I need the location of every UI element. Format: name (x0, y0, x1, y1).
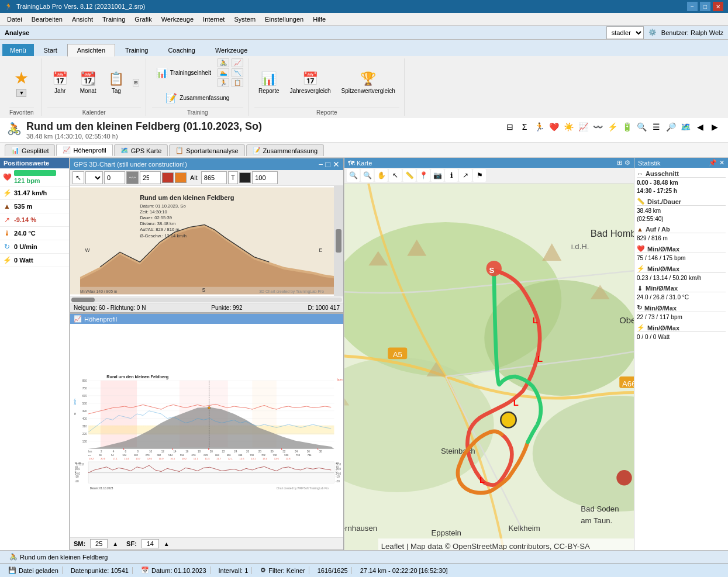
sub-tab-sportartenanalyse[interactable]: 📋 Sportartenanalyse (169, 144, 244, 156)
btn-zusammenfassung[interactable]: 📝 Zusammenfassung (161, 89, 233, 106)
map-tool-select[interactable]: ↖ (389, 169, 402, 182)
chart3d-thumb[interactable] (71, 298, 95, 302)
map-tool-info[interactable]: ℹ (445, 169, 458, 182)
training-icon-6[interactable]: 📋 (232, 78, 243, 87)
tab-training[interactable]: Training (115, 44, 158, 56)
sub-tab-hoehenprofil[interactable]: 📈 Höhenprofil (56, 144, 112, 156)
chart3d-tool-cursor[interactable]: ↖ (73, 171, 84, 184)
training-icon-1[interactable]: 🚴 (218, 58, 229, 67)
chart3d-minimize[interactable]: − (318, 160, 323, 169)
page-tool-1[interactable]: ⊟ (503, 120, 516, 133)
page-tool-heart[interactable]: ❤️ (547, 120, 560, 133)
map-tool-zoomout[interactable]: 🔍 (361, 169, 374, 182)
page-tool-map[interactable]: 🗺️ (679, 120, 692, 133)
menu-ansicht[interactable]: Ansicht (67, 15, 98, 24)
chart3d-color-3[interactable] (239, 172, 251, 183)
tab-ansichten[interactable]: Ansichten (67, 44, 115, 57)
gps-icon: 🗺️ (120, 147, 129, 154)
chart3d-color-1[interactable] (162, 172, 174, 183)
sub-tab-gps-karte[interactable]: 🗺️ GPS Karte (114, 144, 168, 156)
chart3d-thickness-input[interactable] (252, 171, 278, 184)
chart3d-view-input[interactable] (140, 171, 161, 184)
chart3d-scrollbar (70, 296, 343, 303)
map-tool-zoomin[interactable]: 🔍 (347, 169, 360, 182)
page-tool-zoom-in[interactable]: 🔎 (664, 120, 677, 133)
btn-jahresvergleich[interactable]: 📅 Jahresvergleich (286, 68, 335, 97)
kalender-expand[interactable]: ⊞ (133, 79, 139, 87)
page-tool-search[interactable]: 🔍 (635, 120, 648, 133)
page-tool-chart[interactable]: 📈 (577, 120, 589, 133)
chart3d-track[interactable] (71, 298, 342, 302)
chart3d-rotation-input[interactable] (104, 171, 125, 184)
chart3d-text-btn[interactable]: T (228, 171, 238, 184)
btn-spitzenwert[interactable]: 🏆 Spitzenwertvergleich (337, 68, 399, 97)
sf-value[interactable]: 14 (142, 539, 159, 548)
stats-pin[interactable]: 📌 (709, 159, 717, 167)
stats-close[interactable]: ✕ (719, 159, 724, 167)
menu-internet[interactable]: Internet (198, 15, 229, 24)
map-tool-share[interactable]: ↗ (459, 169, 472, 182)
tab-menue[interactable]: Menü (2, 44, 34, 56)
sub-tab-zusammenfassung[interactable]: 📝 Zusammenfassung (246, 144, 325, 156)
map-settings-icon[interactable]: ⚙ (625, 159, 630, 167)
page-nav-prev[interactable]: ◀ (694, 120, 706, 133)
page-tool-menu[interactable]: ☰ (650, 120, 663, 133)
menu-training[interactable]: Training (98, 15, 130, 24)
user-select[interactable]: stadler (606, 26, 644, 39)
nav-bottom-activity[interactable]: 🚴 Rund um den kleinen Feldberg (5, 552, 112, 562)
chart3d-alt-input[interactable] (201, 171, 227, 184)
page-tool-wave[interactable]: 〰️ (591, 120, 604, 133)
map-tool-camera[interactable]: 📷 (431, 169, 444, 182)
menu-system[interactable]: System (229, 15, 260, 24)
map-body[interactable]: Bad Homburg i.d.H. Oberursel Wehr Liernh… (344, 184, 634, 550)
chart3d-close[interactable]: ✕ (333, 160, 340, 169)
sm-value[interactable]: 25 (90, 539, 108, 548)
minimize-button[interactable]: − (687, 2, 698, 11)
chart3d-scroll-thumb[interactable] (336, 229, 341, 253)
favoriten-dropdown[interactable]: ▼ (16, 89, 26, 97)
map-tool-measure[interactable]: 📏 (403, 169, 416, 182)
training-icon-2[interactable]: 🏊 (218, 68, 229, 77)
training-icon-3[interactable]: 🏃 (218, 78, 229, 87)
tab-coaching[interactable]: Coaching (158, 44, 205, 56)
page-tool-sigma[interactable]: Σ (518, 120, 531, 133)
map-tool-pin[interactable]: 📍 (417, 169, 430, 182)
chart3d-mode-select[interactable]: M (85, 171, 103, 184)
tab-werkzeuge[interactable]: Werkzeuge (205, 44, 257, 56)
btn-trainingseinheit[interactable]: 📊 Trainingseinheit (152, 64, 215, 81)
close-button[interactable]: ✕ (713, 2, 723, 11)
btn-monat[interactable]: 📆 Monat (75, 68, 101, 97)
chart3d-color-2[interactable] (175, 172, 187, 183)
btn-reporte[interactable]: 📊 Reporte (254, 68, 284, 97)
sm-up[interactable]: ▲ (112, 541, 118, 547)
settings-icon[interactable]: ⚙️ (648, 29, 657, 36)
sub-tab-gesplittet[interactable]: 📊 Gesplittet (5, 144, 55, 156)
sf-up[interactable]: ▲ (164, 541, 170, 547)
menu-hilfe[interactable]: Hilfe (308, 15, 330, 24)
map-layers-icon[interactable]: ⊞ (617, 159, 622, 167)
page-tool-lightning[interactable]: ⚡ (606, 120, 619, 133)
training-icon-5[interactable]: 📉 (232, 68, 243, 77)
training-icon-4[interactable]: 📈 (232, 58, 243, 67)
page-tool-sun[interactable]: ☀️ (562, 120, 575, 133)
menu-einstellungen[interactable]: Einstellungen (260, 15, 308, 24)
map-tool-hand[interactable]: ✋ (375, 169, 388, 182)
page-tool-power[interactable]: 🔋 (620, 120, 633, 133)
menu-grafik[interactable]: Grafik (130, 15, 156, 24)
tab-start[interactable]: Start (34, 44, 67, 56)
menu-datei[interactable]: Datei (2, 15, 27, 24)
favoriten-btn[interactable]: ★ ▼ (14, 68, 29, 97)
svg-text:38: 38 (319, 450, 322, 453)
map-tool-flag[interactable]: ⚑ (473, 169, 486, 182)
maximize-button[interactable]: □ (700, 2, 710, 11)
page-nav-next[interactable]: ▶ (708, 120, 721, 133)
chart3d-maximize[interactable]: □ (326, 160, 330, 169)
favoriten-label: Favoriten (9, 108, 34, 116)
btn-tag[interactable]: 📋 Tag (103, 68, 129, 97)
chart3d-side-scroll[interactable] (334, 186, 343, 296)
menu-bearbeiten[interactable]: Bearbeiten (27, 15, 67, 24)
btn-jahr[interactable]: 📅 Jahr (47, 68, 73, 97)
page-tool-run[interactable]: 🏃 (533, 120, 546, 133)
menu-werkzeuge[interactable]: Werkzeuge (157, 15, 198, 24)
sm-spinner[interactable]: 25 (90, 539, 108, 548)
